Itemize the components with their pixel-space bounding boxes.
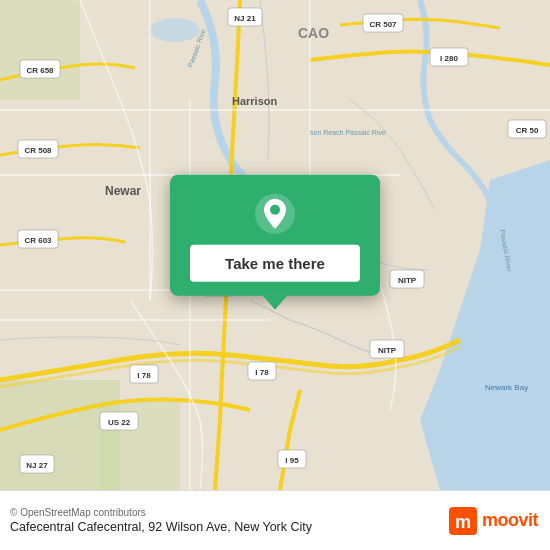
map-popup: Take me there <box>170 175 380 296</box>
osm-credit: © OpenStreetMap contributors <box>10 507 449 518</box>
moovit-icon: m <box>449 507 477 535</box>
svg-point-2 <box>150 18 200 42</box>
svg-text:CR 508: CR 508 <box>24 146 52 155</box>
place-name: Cafecentral Cafecentral, 92 Wilson Ave, … <box>10 520 449 534</box>
svg-text:NJ 21: NJ 21 <box>234 14 256 23</box>
svg-text:NITP: NITP <box>378 346 397 355</box>
svg-text:Newark Bay: Newark Bay <box>485 383 528 392</box>
svg-text:CR 50: CR 50 <box>516 126 539 135</box>
location-pin-icon <box>254 193 296 235</box>
svg-text:NJ 27: NJ 27 <box>26 461 48 470</box>
svg-text:I 78: I 78 <box>137 371 151 380</box>
map-container: CR 658 CR 508 CR 603 NJ 21 NJ 21 I 280 C… <box>0 0 550 490</box>
svg-text:US 22: US 22 <box>108 418 131 427</box>
svg-text:Harrison: Harrison <box>232 95 278 107</box>
moovit-logo[interactable]: m moovit <box>449 507 538 535</box>
svg-point-51 <box>270 205 280 215</box>
svg-text:CR 603: CR 603 <box>24 236 52 245</box>
info-bar: © OpenStreetMap contributors Cafecentral… <box>0 490 550 550</box>
svg-text:son Reach Passaic Rive: son Reach Passaic Rive <box>310 129 386 136</box>
take-me-there-button[interactable]: Take me there <box>190 245 360 282</box>
svg-text:I 78: I 78 <box>255 368 269 377</box>
svg-rect-5 <box>0 0 80 100</box>
svg-text:I 280: I 280 <box>440 54 458 63</box>
svg-text:NITP: NITP <box>398 276 417 285</box>
info-left: © OpenStreetMap contributors Cafecentral… <box>10 507 449 534</box>
svg-text:I 95: I 95 <box>285 456 299 465</box>
svg-text:Newar: Newar <box>105 184 141 198</box>
svg-text:m: m <box>455 512 471 532</box>
svg-text:CR 658: CR 658 <box>26 66 54 75</box>
svg-text:CR 507: CR 507 <box>369 20 397 29</box>
svg-text:CAO: CAO <box>298 25 329 41</box>
moovit-label: moovit <box>482 510 538 531</box>
